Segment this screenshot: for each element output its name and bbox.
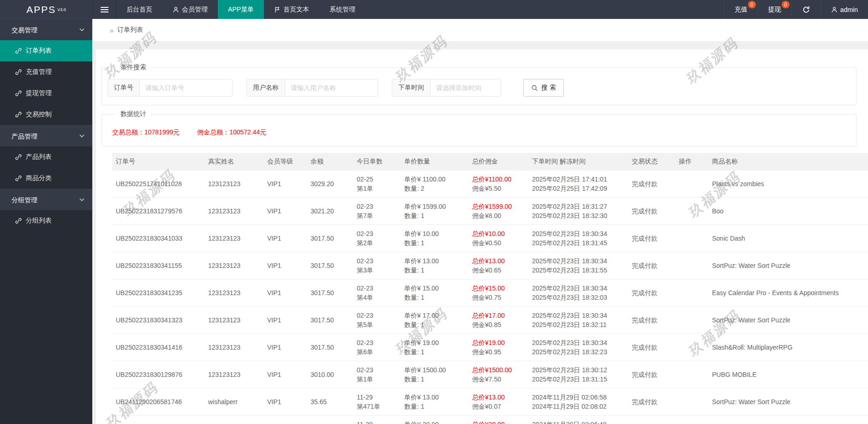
cell-today-orders: 11-29第471单 <box>353 393 401 411</box>
link-icon <box>15 218 22 224</box>
cell-total-commission: 总价¥19.00佣金¥0.95 <box>468 338 528 357</box>
cell-today-orders: 02-23第3单 <box>353 256 401 275</box>
cell-product-name: Sonic Dash <box>708 234 868 243</box>
cell-today-orders: 02-23第6单 <box>353 338 401 357</box>
table-row: UB2502251741011028123123123VIP13029.2002… <box>112 170 868 198</box>
link-icon <box>15 48 22 54</box>
sidebar-item-product-list[interactable]: 产品列表 <box>0 146 92 168</box>
cell-vip-level: VIP1 <box>263 234 307 243</box>
user-name-label: 用户名称 <box>247 79 285 96</box>
cell-real-name: 123123123 <box>204 288 263 297</box>
sidebar-group-trade[interactable]: 交易管理 <box>0 19 92 40</box>
cell-today-orders: 02-23第4单 <box>353 284 401 302</box>
sidebar-group-grouping[interactable]: 分组管理 <box>0 189 92 210</box>
cell-real-name: 123123123 <box>204 234 263 243</box>
cell-price-quantity: 单价¥ 10.00数量: 1 <box>401 229 468 248</box>
nav-item-members[interactable]: 会员管理 <box>162 0 218 19</box>
cell-product-name: SortPuz: Water Sort Puzzle <box>708 261 868 270</box>
cell-real-name: 123123123 <box>204 370 263 379</box>
cell-total-commission: 总价¥1599.00佣金¥8.00 <box>468 202 528 220</box>
withdraw-button[interactable]: 提现 0 <box>758 0 791 19</box>
column-header: 订单号 <box>112 157 204 166</box>
sidebar-item-group-list[interactable]: 分组列表 <box>0 210 92 231</box>
admin-user-icon <box>831 6 838 13</box>
cell-product-name: SortPuz: Water Sort Puzzle <box>708 315 868 325</box>
page-title: 订单列表 <box>117 26 143 34</box>
cell-today-orders: 11-29第470单 <box>353 420 401 424</box>
cell-trade-status: 完成付款 <box>628 397 675 406</box>
cell-real-name: wishalperr <box>204 397 263 406</box>
sidebar: 交易管理 订单列表 充值管理 提现管理 交易控制 产品管理 产品列表 商品分类 … <box>0 19 92 424</box>
cell-price-quantity: 单价¥ 15.00数量: 1 <box>401 284 468 302</box>
nav-item-system[interactable]: 系统管理 <box>319 0 365 19</box>
sidebar-item-trade-control[interactable]: 交易控制 <box>0 104 92 125</box>
sidebar-item-goods-category[interactable]: 商品分类 <box>0 168 92 189</box>
column-header: 今日单数 <box>353 157 401 166</box>
sidebar-item-withdraw[interactable]: 提现管理 <box>0 83 92 104</box>
cell-trade-status: 完成付款 <box>628 234 675 243</box>
cell-price-quantity: 单价¥ 1100.00数量: 2 <box>401 175 468 193</box>
link-icon <box>15 111 22 118</box>
withdraw-badge: 0 <box>782 1 790 8</box>
sidebar-item-order-list[interactable]: 订单列表 <box>0 40 92 61</box>
stats-panel: 数据统计 交易总额：10781999元 佣金总额：100572.44元 <box>102 110 856 146</box>
column-header: 单价数量 <box>401 157 468 166</box>
orders-table: 订单号真实姓名会员等级余额今日单数单价数量总价佣金下单时间 解冻时间交易状态操作… <box>112 153 868 424</box>
cell-today-orders: 02-23第7单 <box>353 202 401 220</box>
cell-real-name: 123123123 <box>204 179 263 188</box>
search-button[interactable]: 搜 索 <box>523 79 564 97</box>
cell-order-unfreeze-time: 2025年02月25日 17:41:012025年02月25日 17:42:09 <box>528 175 628 193</box>
cell-today-orders: 02-25第1单 <box>353 175 401 193</box>
cell-order-unfreeze-time: 2025年02月23日 18:30:342025年02月23日 18:32:03 <box>528 284 628 302</box>
cell-vip-level: VIP1 <box>263 315 307 325</box>
link-icon <box>15 175 22 182</box>
total-commission: 佣金总额：100572.44元 <box>197 128 266 136</box>
user-name-input[interactable] <box>285 79 377 96</box>
stats-line: 交易总额：10781999元 佣金总额：100572.44元 <box>112 128 849 137</box>
cell-real-name: 123123123 <box>204 206 263 216</box>
order-id-input[interactable] <box>140 79 232 96</box>
nav-item-home-text[interactable]: 首页文本 <box>264 0 319 19</box>
cell-real-name: 123123123 <box>204 261 263 270</box>
user-menu[interactable]: admin <box>820 0 868 19</box>
order-time-input[interactable] <box>431 79 501 96</box>
nav-item-home[interactable]: 后台首页 <box>116 0 162 19</box>
column-header: 会员等级 <box>263 157 307 166</box>
cell-total-commission: 总价¥17.00佣金¥0.85 <box>468 311 528 329</box>
cell-balance: 3021.20 <box>307 206 353 216</box>
cell-trade-status: 完成付款 <box>628 179 675 188</box>
cell-order-unfreeze-time: 2025年02月23日 18:30:342025年02月23日 18:31:45 <box>528 229 628 248</box>
sidebar-item-recharge[interactable]: 充值管理 <box>0 61 92 83</box>
username: admin <box>840 6 858 13</box>
cell-product-name: Slash&Roll: MultiplayerRPG <box>708 343 868 352</box>
cell-vip-level: VIP1 <box>263 343 307 352</box>
cell-today-orders: 02-23第1单 <box>353 365 401 384</box>
table-row: UB2502231830129876123123123VIP13010.0002… <box>112 361 868 388</box>
sidebar-toggle-button[interactable] <box>92 0 116 19</box>
stats-panel-legend: 数据统计 <box>116 110 151 118</box>
cell-vip-level: VIP1 <box>263 206 307 216</box>
order-id-label: 订单号 <box>108 79 140 96</box>
refresh-button[interactable] <box>791 0 820 19</box>
link-icon <box>15 90 22 97</box>
nav-item-app-menu[interactable]: APP菜单 <box>218 0 264 19</box>
column-header: 商品名称 <box>708 157 868 166</box>
total-amount: 交易总额：10781999元 <box>112 128 180 136</box>
table-row: UB2502231830341235123123123VIP13017.5002… <box>112 279 868 307</box>
table-row: UB2502231830341323123123123VIP13017.5002… <box>112 307 868 334</box>
cell-order-id: UB2502231830341033 <box>112 234 204 243</box>
column-header: 操作 <box>675 157 708 166</box>
table-row: UB2411290206485609wishalperrVIP135.5511-… <box>112 416 868 424</box>
cell-order-unfreeze-time: 2025年02月23日 18:30:342025年02月23日 18:31:55 <box>528 256 628 275</box>
column-header: 余额 <box>307 157 353 166</box>
chevron-down-icon <box>79 198 84 201</box>
recharge-button[interactable]: 充值 0 <box>724 0 758 19</box>
cell-vip-level: VIP1 <box>263 179 307 188</box>
cell-today-orders: 02-23第5单 <box>353 311 401 329</box>
cell-real-name: 123123123 <box>204 315 263 325</box>
sidebar-group-product[interactable]: 产品管理 <box>0 125 92 146</box>
table-row: UB2411290206581746wishalperrVIP135.6511-… <box>112 388 868 416</box>
cell-order-id: UB2502231830341416 <box>112 343 204 352</box>
cell-balance: 3017.50 <box>307 288 353 297</box>
link-icon <box>15 69 22 75</box>
